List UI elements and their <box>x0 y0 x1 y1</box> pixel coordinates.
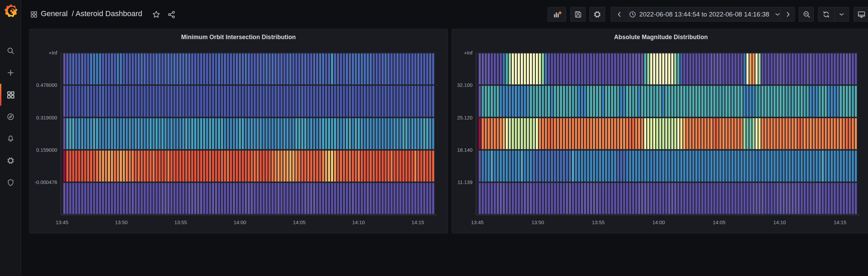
svg-text:18.140: 18.140 <box>457 147 473 153</box>
svg-text:+Inf: +Inf <box>49 50 58 56</box>
svg-text:13:55: 13:55 <box>174 220 187 225</box>
svg-text:0.159000: 0.159000 <box>36 147 57 153</box>
svg-text:0.478000: 0.478000 <box>36 83 57 88</box>
svg-text:14:10: 14:10 <box>352 220 365 225</box>
svg-text:14:15: 14:15 <box>412 220 424 225</box>
svg-text:25.120: 25.120 <box>457 115 473 120</box>
svg-text:13:45: 13:45 <box>471 220 484 225</box>
svg-text:14:05: 14:05 <box>713 220 725 225</box>
svg-text:13:45: 13:45 <box>56 220 69 225</box>
svg-text:+Inf: +Inf <box>464 50 473 56</box>
svg-text:13:50: 13:50 <box>531 220 544 225</box>
svg-text:13:50: 13:50 <box>115 220 128 225</box>
svg-text:11.139: 11.139 <box>457 180 473 185</box>
svg-text:14:05: 14:05 <box>293 220 306 225</box>
svg-text:14:00: 14:00 <box>652 220 665 225</box>
svg-text:0.319000: 0.319000 <box>36 115 57 120</box>
svg-text:14:15: 14:15 <box>834 220 846 225</box>
svg-text:13:55: 13:55 <box>592 220 604 225</box>
svg-text:32.100: 32.100 <box>457 83 473 88</box>
svg-text:-0.000476: -0.000476 <box>35 180 57 185</box>
svg-text:14:00: 14:00 <box>234 220 246 225</box>
svg-text:14:10: 14:10 <box>773 220 786 225</box>
